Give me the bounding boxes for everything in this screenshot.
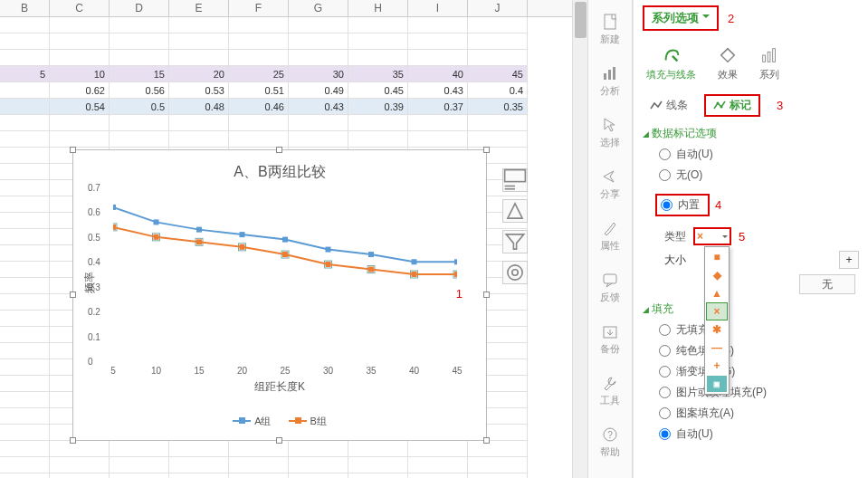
- cell[interactable]: [169, 457, 229, 473]
- cell[interactable]: [110, 441, 169, 457]
- section-marker-options[interactable]: 数据标记选项: [643, 126, 859, 141]
- tab-series[interactable]: 系列: [759, 45, 779, 81]
- cell[interactable]: [0, 327, 50, 343]
- cell[interactable]: [50, 33, 110, 50]
- radio-none[interactable]: 无(O): [659, 167, 859, 183]
- cell[interactable]: 0.45: [348, 82, 408, 99]
- subtab-line[interactable]: 线条: [646, 96, 692, 115]
- series-options-dropdown[interactable]: 系列选项: [643, 5, 719, 31]
- cell[interactable]: 0.56: [110, 82, 169, 99]
- resize-handle[interactable]: [70, 147, 76, 153]
- cell[interactable]: [0, 359, 50, 376]
- cell[interactable]: [50, 50, 110, 66]
- cell[interactable]: [50, 457, 110, 473]
- cell[interactable]: 35: [348, 66, 408, 82]
- chart-title[interactable]: A、B两组比较: [73, 150, 486, 187]
- cell[interactable]: [0, 50, 50, 66]
- cell[interactable]: [289, 131, 348, 148]
- cell[interactable]: [0, 180, 50, 196]
- cell[interactable]: [408, 473, 468, 478]
- cell[interactable]: [348, 115, 408, 131]
- radio-fill-picture[interactable]: 图片或纹理填充(P): [659, 385, 859, 400]
- cell[interactable]: [0, 376, 50, 392]
- cell[interactable]: [169, 473, 229, 478]
- cell[interactable]: [289, 17, 348, 33]
- cell[interactable]: [408, 50, 468, 66]
- cell[interactable]: [229, 50, 289, 66]
- cell[interactable]: [110, 115, 169, 131]
- marker-option[interactable]: ◆: [707, 267, 727, 283]
- cell[interactable]: [348, 473, 408, 478]
- cell[interactable]: [408, 17, 468, 33]
- cell[interactable]: 0.62: [50, 82, 110, 99]
- sidebar-analysis[interactable]: 分析: [600, 64, 620, 98]
- chart-legend[interactable]: A组 B组: [73, 413, 486, 428]
- cell[interactable]: [0, 196, 50, 213]
- cell[interactable]: [0, 115, 50, 131]
- marker-option[interactable]: +: [707, 358, 727, 374]
- cell[interactable]: [468, 441, 528, 457]
- sidebar-backup[interactable]: 备份: [600, 322, 620, 356]
- marker-type-select[interactable]: ×: [693, 227, 731, 245]
- marker-option-image[interactable]: ▣: [707, 376, 727, 392]
- cell[interactable]: [0, 441, 50, 457]
- marker-option[interactable]: ▲: [707, 285, 727, 301]
- radio-fill-gradient[interactable]: 渐变填充(G): [659, 364, 859, 379]
- cell[interactable]: [468, 115, 528, 131]
- sidebar-chat[interactable]: 反馈: [600, 271, 620, 304]
- cell[interactable]: 0.5: [110, 99, 169, 115]
- col-header[interactable]: F: [229, 0, 289, 16]
- cell[interactable]: [110, 33, 169, 50]
- cell[interactable]: [289, 115, 348, 131]
- cell[interactable]: [229, 473, 289, 478]
- sidebar-brush[interactable]: 属性: [600, 219, 620, 253]
- cell[interactable]: 40: [408, 66, 468, 82]
- chart-settings-button[interactable]: [502, 261, 528, 284]
- cell[interactable]: [110, 50, 169, 66]
- cell[interactable]: [0, 294, 50, 311]
- cell[interactable]: [229, 115, 289, 131]
- cell[interactable]: 0.43: [289, 99, 348, 115]
- sidebar-tool[interactable]: 工具: [600, 374, 620, 407]
- cell[interactable]: [110, 131, 169, 148]
- x-axis-label[interactable]: 组距长度K: [73, 379, 486, 395]
- col-header[interactable]: E: [169, 0, 229, 16]
- chart-elements-button[interactable]: [502, 168, 528, 192]
- cell[interactable]: [0, 82, 50, 99]
- cell[interactable]: [0, 148, 50, 164]
- cell[interactable]: [289, 441, 348, 457]
- size-increase-button[interactable]: +: [839, 251, 859, 269]
- cell[interactable]: [468, 17, 528, 33]
- cell[interactable]: [229, 131, 289, 148]
- cell[interactable]: [110, 473, 169, 478]
- col-header[interactable]: G: [289, 0, 348, 16]
- cell[interactable]: [169, 33, 229, 50]
- col-header[interactable]: I: [408, 0, 468, 16]
- radio-fill-solid[interactable]: 纯色填充(S): [659, 343, 859, 358]
- cell[interactable]: 10: [50, 66, 110, 82]
- cell[interactable]: 0.35: [468, 99, 528, 115]
- resize-handle[interactable]: [276, 437, 282, 444]
- cell[interactable]: [0, 262, 50, 278]
- cell[interactable]: [408, 115, 468, 131]
- legend-item-b[interactable]: B组: [289, 415, 327, 428]
- subtab-marker[interactable]: 标记: [704, 94, 760, 117]
- cell[interactable]: 0.49: [289, 82, 348, 99]
- cell[interactable]: 25: [229, 66, 289, 82]
- cell[interactable]: [169, 50, 229, 66]
- cell[interactable]: [468, 473, 528, 478]
- cell[interactable]: [50, 17, 110, 33]
- cell[interactable]: [0, 473, 50, 478]
- sidebar-file[interactable]: 新建: [600, 13, 620, 46]
- cell[interactable]: [468, 457, 528, 473]
- cell[interactable]: [50, 115, 110, 131]
- cell[interactable]: [229, 17, 289, 33]
- cell[interactable]: 45: [468, 66, 528, 82]
- chart-plot-area[interactable]: 频率 00.10.20.30.40.50.60.7510152025303540…: [113, 187, 468, 361]
- resize-handle[interactable]: [483, 292, 490, 298]
- cell[interactable]: 30: [289, 66, 348, 82]
- cell[interactable]: [169, 17, 229, 33]
- cell[interactable]: [0, 311, 50, 327]
- chart-style-button[interactable]: [502, 199, 528, 223]
- cell[interactable]: [408, 131, 468, 148]
